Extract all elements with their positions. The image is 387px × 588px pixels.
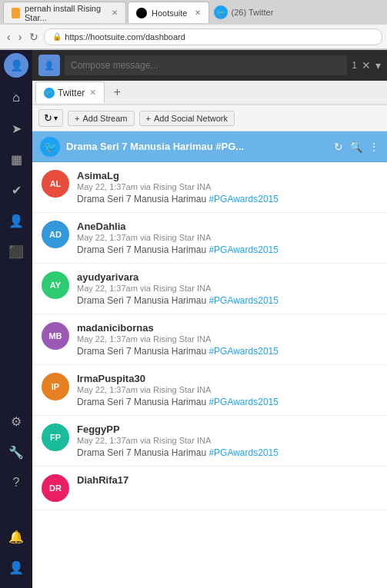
feed-hashtag[interactable]: #PGAwards2015 [209, 194, 279, 204]
app-container: 👤 ⌂ ➤ ▦ ✔ 👤 ⬛ ⚙ 🔧 ? 🔔 👤 👤 1 ✕ ▾ 🐦 Twit [0, 50, 387, 588]
add-social-plus-icon: + [146, 114, 151, 123]
feed-text: Drama Seri 7 Manusia Harimau #PGAwards20… [77, 244, 378, 255]
feed-hashtag[interactable]: #PGAwards2015 [209, 346, 279, 357]
avatar: IP [42, 373, 69, 400]
avatar: MB [42, 322, 69, 350]
action-bar: ↻ ▾ + Add Stream + Add Social Network [32, 105, 387, 131]
feed-meta: May 22, 1:37am via Rising Star INA [77, 182, 378, 191]
compose-dropdown-button[interactable]: ▾ [375, 59, 381, 71]
feed-username[interactable]: AneDahlia [77, 221, 378, 232]
feed-content: madanicibornas May 22, 1:37am via Rising… [77, 322, 378, 357]
avatar: DR [42, 474, 69, 502]
feed-username[interactable]: IrmaPuspita30 [77, 373, 378, 384]
add-stream-button[interactable]: + Add Stream [68, 111, 135, 126]
tab-rising-star-close[interactable]: ✕ [112, 8, 118, 17]
address-bar: ‹ › ↻ 🔒 https://hootsuite.com/dashboard [0, 25, 387, 49]
refresh-nav-button[interactable]: ↻ [27, 31, 41, 43]
sidebar-item-tasks[interactable]: ✔ [0, 174, 32, 205]
feed-meta: May 22, 1:37am via Rising Star INA [77, 334, 378, 344]
feed-username[interactable]: AsimaLg [77, 170, 378, 181]
feed-meta: May 22, 1:37am via Rising Star INA [77, 385, 378, 394]
feed-username[interactable]: FeggyPP [77, 424, 378, 435]
hootsuite-favicon [136, 8, 147, 18]
add-stream-label: Add Stream [82, 114, 127, 123]
stream-search-button[interactable]: 🔍 [349, 141, 362, 153]
twitter-tab-close[interactable]: ✕ [89, 88, 96, 98]
sidebar-item-compose[interactable]: ➤ [0, 113, 32, 144]
feed: AL AsimaLg May 22, 1:37am via Rising Sta… [32, 162, 387, 588]
feed-content: ayudyarivara May 22, 1:37am via Rising S… [77, 271, 378, 306]
feed-content: AneDahlia May 22, 1:37am via Rising Star… [77, 221, 378, 255]
avatar: AL [42, 170, 69, 198]
sidebar-item-profile[interactable]: 👤 [0, 552, 32, 583]
compose-input[interactable] [65, 55, 347, 75]
sidebar-item-analytics[interactable]: ▦ [0, 144, 32, 174]
add-social-network-button[interactable]: + Add Social Network [139, 111, 235, 126]
back-button[interactable]: ‹ [5, 31, 13, 43]
stream-title: Drama Seri 7 Manusia Harimau #PG... [66, 141, 328, 152]
sidebar: 👤 ⌂ ➤ ▦ ✔ 👤 ⬛ ⚙ 🔧 ? 🔔 👤 [0, 50, 32, 588]
tab-hootsuite-close[interactable]: ✕ [195, 8, 201, 17]
feed-text: Drama Seri 7 Manusia Harimau #PGAwards20… [77, 397, 378, 407]
sidebar-item-settings[interactable]: ⚙ [0, 406, 32, 437]
feed-item: IP IrmaPuspita30 May 22, 1:37am via Risi… [32, 365, 387, 416]
tab-rising-star-label: pernah install Rising Star... [25, 4, 104, 22]
tabs-row: 🐦 Twitter ✕ + [32, 81, 387, 105]
twitter-tab-label: Twitter [58, 88, 85, 98]
url-bar[interactable]: 🔒 https://hootsuite.com/dashboard [44, 28, 382, 45]
browser-chrome: pernah install Rising Star... ✕ Hootsuit… [0, 0, 387, 50]
sidebar-item-apps[interactable]: ⬛ [0, 236, 32, 267]
twitter-tab[interactable]: 🐦 Twitter ✕ [35, 81, 105, 103]
feed-hashtag[interactable]: #PGAwards2015 [209, 397, 279, 407]
feed-hashtag[interactable]: #PGAwards2015 [209, 447, 279, 458]
refresh-icon: ↻ [44, 112, 52, 124]
twitter-tab-icon: 🐦 [44, 88, 55, 98]
sidebar-item-notifications[interactable]: 🔔 [0, 521, 32, 552]
feed-meta: May 22, 1:37am via Rising Star INA [77, 284, 378, 293]
tab-bar: pernah install Rising Star... ✕ Hootsuit… [0, 0, 387, 25]
avatar: AD [42, 221, 69, 248]
feed-meta: May 22, 1:37am via Rising Star INA [77, 436, 378, 445]
refresh-button[interactable]: ↻ ▾ [38, 109, 63, 127]
url-text: https://hootsuite.com/dashboard [65, 32, 185, 42]
feed-item: MB madanicibornas May 22, 1:37am via Ris… [32, 314, 387, 365]
stream-twitter-icon: 🐦 [40, 137, 60, 157]
feed-item: AL AsimaLg May 22, 1:37am via Rising Sta… [32, 162, 387, 213]
compose-close-button[interactable]: ✕ [362, 59, 371, 71]
sidebar-item-tools[interactable]: 🔧 [0, 437, 32, 467]
stream-refresh-button[interactable]: ↻ [334, 141, 343, 153]
sidebar-item-help[interactable]: ? [0, 467, 32, 498]
url-lock-icon: 🔒 [52, 32, 62, 41]
stream-header: 🐦 Drama Seri 7 Manusia Harimau #PG... ↻ … [32, 131, 387, 162]
avatar[interactable]: 👤 [4, 53, 28, 78]
feed-username[interactable]: DiahRifa17 [77, 474, 378, 486]
feed-content: AsimaLg May 22, 1:37am via Rising Star I… [77, 170, 378, 204]
sidebar-item-home[interactable]: ⌂ [0, 82, 32, 113]
forward-button[interactable]: › [16, 31, 25, 43]
feed-text: Drama Seri 7 Manusia Harimau #PGAwards20… [77, 346, 378, 357]
tab-rising-star[interactable]: pernah install Rising Star... ✕ [3, 2, 126, 23]
sidebar-item-contacts[interactable]: 👤 [0, 205, 32, 236]
feed-hashtag[interactable]: #PGAwards2015 [209, 295, 279, 306]
feed-content: DiahRifa17 [77, 474, 378, 502]
tab-hootsuite-label: Hootsuite [152, 8, 187, 18]
feed-meta: May 22, 1:37am via Rising Star INA [77, 233, 378, 242]
add-tab-button[interactable]: + [108, 83, 126, 101]
twitter-count-label: (26) Twitter [231, 8, 273, 17]
feed-item: FP FeggyPP May 22, 1:37am via Rising Sta… [32, 416, 387, 467]
main-content: 👤 1 ✕ ▾ 🐦 Twitter ✕ + ↻ ▾ + Add Stream [32, 50, 387, 588]
feed-username[interactable]: madanicibornas [77, 322, 378, 334]
feed-item: AD AneDahlia May 22, 1:37am via Rising S… [32, 213, 387, 264]
avatar: AY [42, 271, 69, 299]
tab-hootsuite[interactable]: Hootsuite ✕ [128, 2, 209, 23]
stream-actions: ↻ 🔍 ⋮ [334, 141, 379, 153]
feed-content: FeggyPP May 22, 1:37am via Rising Star I… [77, 424, 378, 458]
feed-text: Drama Seri 7 Manusia Harimau #PGAwards20… [77, 295, 378, 306]
rising-star-favicon [12, 8, 20, 18]
feed-username[interactable]: ayudyarivara [77, 271, 378, 283]
feed-hashtag[interactable]: #PGAwards2015 [209, 244, 279, 255]
stream-more-button[interactable]: ⋮ [369, 141, 379, 153]
feed-item: AY ayudyarivara May 22, 1:37am via Risin… [32, 264, 387, 314]
feed-content: IrmaPuspita30 May 22, 1:37am via Rising … [77, 373, 378, 407]
avatar: FP [42, 424, 69, 451]
